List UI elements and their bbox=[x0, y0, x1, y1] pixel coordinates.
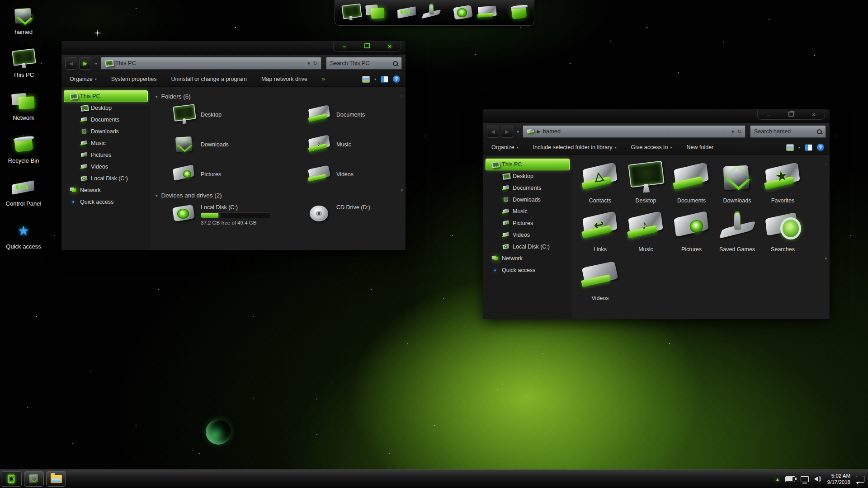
hidden-icons-chevron[interactable]: ▲ bbox=[775, 477, 780, 482]
this-pc-icon[interactable] bbox=[340, 4, 361, 22]
folder-tile[interactable]: Documents bbox=[669, 161, 714, 204]
nav-item[interactable]: This PC ▾ bbox=[486, 159, 570, 170]
recent-locations-chevron[interactable]: ▾ bbox=[95, 61, 97, 66]
network-icon[interactable] bbox=[365, 4, 386, 22]
nav-item[interactable]: Downloads bbox=[486, 194, 570, 206]
section-header[interactable]: ▾ Devices and drives (2) bbox=[156, 192, 403, 199]
help-icon[interactable]: ? bbox=[817, 144, 824, 151]
address-bar[interactable]: This PC ▾ ↻ bbox=[101, 57, 321, 70]
preview-pane-icon[interactable] bbox=[381, 76, 388, 83]
help-icon[interactable]: ? bbox=[393, 75, 400, 83]
clock[interactable]: 5:02 AM 9/17/2018 bbox=[827, 473, 850, 486]
preview-pane-icon[interactable] bbox=[805, 144, 812, 151]
nav-item[interactable]: Documents bbox=[486, 182, 570, 194]
folder-tile[interactable]: △ Contacts bbox=[577, 161, 623, 204]
minimize-button[interactable]: – bbox=[767, 112, 770, 117]
nav-item[interactable]: Local Disk (C:) bbox=[486, 241, 570, 253]
view-options-chevron[interactable]: ▾ bbox=[374, 77, 376, 81]
taskbar-file-explorer[interactable] bbox=[46, 471, 66, 487]
nav-item[interactable]: Desktop bbox=[64, 102, 148, 114]
nav-item[interactable]: Network ▾ bbox=[64, 184, 148, 196]
change-view-icon[interactable] bbox=[362, 76, 370, 83]
command-item[interactable]: System properties bbox=[111, 76, 157, 82]
folder-tile[interactable]: Desktop bbox=[172, 104, 307, 125]
search-box[interactable]: Search hamed bbox=[750, 125, 826, 138]
nav-item[interactable]: Desktop bbox=[486, 170, 570, 182]
refresh-icon[interactable]: ↻ bbox=[313, 61, 317, 66]
command-item[interactable]: New folder bbox=[687, 144, 714, 150]
action-center-icon[interactable] bbox=[856, 476, 864, 483]
change-view-icon[interactable] bbox=[786, 144, 794, 151]
nav-item[interactable]: Downloads bbox=[64, 126, 148, 137]
nav-item[interactable]: Documents bbox=[64, 114, 148, 126]
view-options-chevron[interactable]: ▾ bbox=[798, 145, 800, 150]
forward-button[interactable]: ▶ bbox=[79, 57, 91, 70]
folder-tile[interactable]: ★ Favorites bbox=[760, 161, 806, 204]
command-item[interactable]: Uninstall or change a program bbox=[171, 76, 246, 82]
network-tray-icon[interactable] bbox=[801, 476, 809, 482]
address-bar[interactable]: ▶ hamed ▾ ↻ bbox=[523, 125, 745, 138]
back-button[interactable]: ◀ bbox=[65, 57, 77, 70]
folder-tile[interactable]: Videos bbox=[577, 259, 623, 301]
desktop-icon[interactable]: hamed bbox=[2, 4, 45, 47]
battery-icon[interactable] bbox=[785, 476, 795, 482]
folder-tile[interactable]: Pictures bbox=[669, 210, 714, 253]
minimize-button[interactable]: – bbox=[343, 43, 346, 49]
forward-button[interactable]: ▶ bbox=[501, 126, 513, 138]
nav-item[interactable]: This PC ▾ bbox=[64, 90, 148, 102]
folder-tile[interactable]: Pictures bbox=[172, 164, 307, 185]
command-item[interactable]: Organize ▾ bbox=[491, 144, 519, 150]
recent-locations-chevron[interactable]: ▾ bbox=[517, 129, 519, 134]
folder-tile[interactable]: ♪ Music bbox=[623, 210, 669, 253]
folder-tile[interactable]: Documents bbox=[307, 104, 406, 125]
section-header[interactable]: ▾ Folders (6) bbox=[156, 93, 403, 100]
nav-item[interactable]: Local Disk (C:) bbox=[64, 173, 148, 184]
desktop-icon[interactable]: Recycle Bin bbox=[2, 132, 45, 175]
folder-tile[interactable]: ♪ Music bbox=[307, 134, 406, 155]
address-dropdown-chevron[interactable]: ▾ bbox=[731, 129, 734, 135]
drive-tile[interactable]: Local Disk (C:) 37.2 GB free of 49.4 GB bbox=[172, 203, 307, 225]
recycle-bin-icon[interactable] bbox=[509, 4, 529, 22]
desktop-icon[interactable]: This PC bbox=[2, 47, 45, 89]
close-button[interactable]: × bbox=[812, 112, 816, 117]
nav-item[interactable]: ♪ Music bbox=[64, 137, 148, 149]
start-button[interactable] bbox=[1, 471, 22, 487]
search-box[interactable]: Search This PC bbox=[326, 57, 402, 70]
storage-drive-icon[interactable] bbox=[477, 4, 498, 22]
nav-item[interactable]: Videos bbox=[486, 229, 570, 241]
collapse-chevron-icon[interactable]: ▾ bbox=[156, 193, 158, 198]
desktop-icon[interactable]: Quick access bbox=[2, 218, 45, 261]
folder-tile[interactable]: Downloads bbox=[172, 134, 307, 155]
drive-tile[interactable]: CD Drive (D:) bbox=[307, 203, 406, 225]
folder-tile[interactable]: Videos bbox=[307, 164, 406, 185]
folder-tile[interactable]: Saved Games bbox=[714, 210, 760, 253]
control-panel-icon[interactable] bbox=[396, 4, 417, 22]
maximize-button[interactable] bbox=[788, 112, 794, 117]
close-button[interactable]: × bbox=[388, 43, 392, 49]
saved-games-icon[interactable] bbox=[421, 4, 442, 22]
address-dropdown-chevron[interactable]: ▾ bbox=[307, 61, 310, 66]
collapse-chevron-icon[interactable]: ▾ bbox=[156, 94, 158, 99]
search-icon[interactable] bbox=[392, 61, 398, 66]
back-button[interactable]: ◀ bbox=[487, 126, 499, 138]
command-item[interactable]: Give access to ▾ bbox=[631, 144, 672, 150]
titlebar[interactable]: – × bbox=[483, 109, 830, 123]
maximize-button[interactable] bbox=[364, 43, 370, 49]
nav-item[interactable]: Videos bbox=[64, 161, 148, 173]
folder-tile[interactable]: Downloads bbox=[714, 161, 760, 204]
command-item[interactable]: Include selected folder in library ▾ bbox=[533, 144, 617, 150]
nav-item[interactable]: Pictures bbox=[486, 217, 570, 229]
command-item[interactable]: » bbox=[322, 76, 325, 82]
titlebar[interactable]: – × bbox=[61, 41, 406, 55]
volume-icon[interactable] bbox=[814, 476, 818, 482]
local-disk-icon[interactable] bbox=[453, 4, 473, 22]
refresh-icon[interactable]: ↻ bbox=[737, 129, 741, 135]
nav-item[interactable]: Quick access bbox=[64, 196, 148, 208]
folder-tile[interactable]: ↩ Links bbox=[577, 210, 623, 253]
nav-item[interactable]: Quick access bbox=[486, 264, 570, 276]
folder-tile[interactable]: Searches bbox=[760, 210, 806, 253]
command-item[interactable]: Organize ▾ bbox=[70, 76, 97, 82]
folder-tile[interactable]: Desktop bbox=[623, 161, 669, 204]
nav-item[interactable]: ♪ Music bbox=[486, 206, 570, 217]
nav-item[interactable]: Network ▾ bbox=[486, 253, 570, 264]
